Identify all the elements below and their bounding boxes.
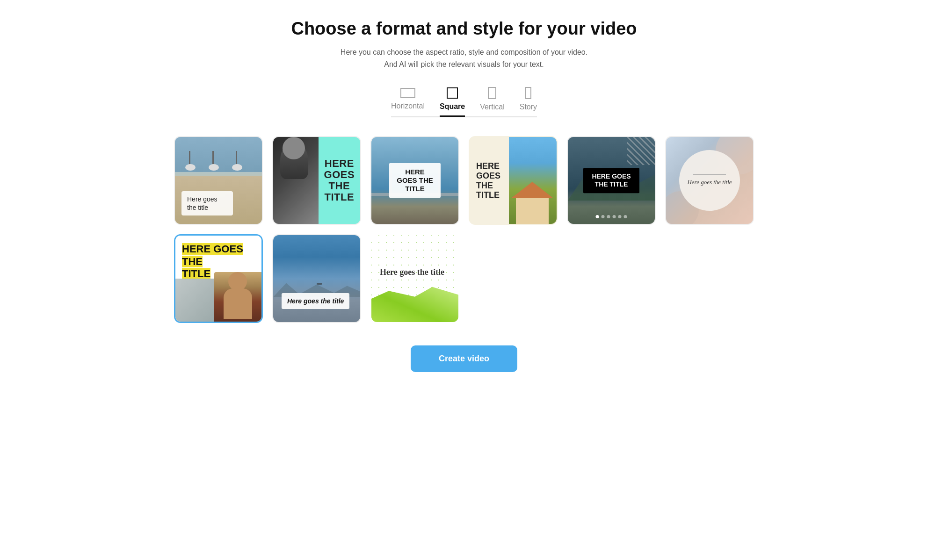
card9-title: Here goes the title [380, 266, 444, 278]
empty-slot-1 [469, 234, 558, 323]
card5-text: HERE GOES THE TITLE [583, 168, 639, 193]
tab-square[interactable]: Square [440, 87, 465, 117]
tab-square-label: Square [440, 102, 465, 111]
templates-row1: Here goes the title HERE GOES THE TITLE … [174, 136, 754, 225]
card5-stripes [627, 137, 655, 165]
empty-slot-3 [665, 234, 754, 323]
card5-dots [596, 215, 627, 218]
card3-text: HERE GOES THE TITLE [389, 163, 441, 198]
card8-bg [273, 235, 360, 322]
card2-title: HERE GOES THE TITLE [323, 158, 355, 203]
template-card-2[interactable]: HERE GOES THE TITLE [272, 136, 361, 225]
card6-circle: Here goes the title [679, 150, 740, 211]
card7-person-photo [214, 272, 261, 322]
card8-text: Here goes the title [282, 293, 349, 309]
template-card-9[interactable]: Here goes the title [370, 234, 459, 323]
format-tabs: Horizontal Square Vertical Story [391, 87, 537, 117]
tab-vertical-label: Vertical [480, 103, 504, 111]
page-title: Choose a format and style for your video [291, 19, 637, 39]
card2-text-area: HERE GOES THE TITLE [319, 137, 360, 224]
card7-grey-bg [175, 279, 218, 322]
template-card-4[interactable]: HERE GOES THE TITLE [469, 136, 558, 225]
templates-row2: HERE GOES THE TITLE Here goes the title … [174, 234, 754, 323]
page-subtitle: Here you can choose the aspect ratio, st… [341, 46, 587, 70]
template-card-8[interactable]: Here goes the title [272, 234, 361, 323]
create-video-button[interactable]: Create video [411, 345, 517, 372]
card6-title: Here goes the title [687, 179, 732, 187]
empty-slot-2 [567, 234, 656, 323]
tab-horizontal[interactable]: Horizontal [391, 88, 425, 116]
card7-photo-area [175, 279, 261, 322]
card4-photo [509, 137, 557, 224]
tab-story-label: Story [520, 103, 537, 111]
card1-text: Here goes the title [181, 191, 233, 215]
square-icon [447, 87, 458, 99]
template-card-3[interactable]: HERE GOES THE TITLE [370, 136, 459, 225]
template-card-1[interactable]: Here goes the title [174, 136, 263, 225]
template-card-6[interactable]: Here goes the title [665, 136, 754, 225]
card2-photo [273, 137, 321, 224]
card4-title: HERE GOES THE TITLE [476, 161, 514, 200]
vertical-icon [488, 87, 496, 99]
card6-divider [693, 174, 726, 175]
tab-vertical[interactable]: Vertical [480, 87, 504, 117]
tab-story[interactable]: Story [520, 87, 537, 117]
template-card-7[interactable]: HERE GOES THE TITLE [174, 234, 263, 323]
template-card-5[interactable]: HERE GOES THE TITLE [567, 136, 656, 225]
tab-horizontal-label: Horizontal [391, 102, 425, 110]
horizontal-icon [400, 88, 415, 98]
story-icon [525, 87, 531, 99]
